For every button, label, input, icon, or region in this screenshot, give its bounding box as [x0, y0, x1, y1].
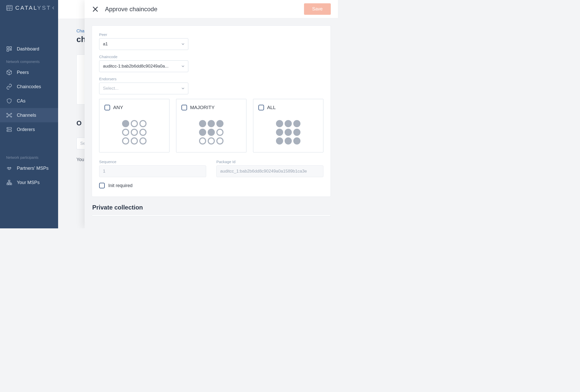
checkbox-all[interactable] — [258, 105, 264, 110]
svg-rect-17 — [10, 184, 12, 185]
hierarchy-icon — [6, 179, 12, 186]
sidebar-section-network-participants: Network participants — [0, 152, 58, 161]
chaincode-select[interactable]: auditcc-1:bab2b6dd8c90249a0a... — [99, 60, 188, 72]
svg-point-6 — [7, 113, 8, 114]
sidebar-item-label: Chaincodes — [17, 84, 41, 89]
svg-rect-1 — [7, 47, 9, 48]
link-icon — [6, 84, 12, 90]
sequence-label: Sequence — [99, 160, 206, 164]
approve-chaincode-panel: Approve chaincode Save Peer a1 Chaincode… — [85, 0, 338, 228]
server-icon — [6, 126, 12, 133]
sequence-package-row: Sequence 1 Package Id auditcc_1:bab2b6dd… — [99, 160, 323, 177]
breadcrumb[interactable]: Cha — [76, 29, 84, 34]
svg-rect-16 — [9, 184, 10, 185]
all-illustration-icon — [258, 120, 318, 145]
packageid-input: auditcc_1:bab2b6dd8c90249a0a1589b1ca3e — [216, 165, 323, 177]
sidebar-item-label: Your MSPs — [17, 180, 39, 185]
sequence-field: Sequence 1 — [99, 160, 206, 177]
endorsers-label: Endorsers — [99, 77, 323, 81]
orderers-heading: O — [76, 119, 82, 127]
shield-icon — [6, 98, 12, 104]
sidebar-item-peers[interactable]: Peers — [0, 65, 58, 80]
sidebar-item-chaincodes[interactable]: Chaincodes — [0, 80, 58, 94]
sequence-input: 1 — [99, 165, 206, 177]
svg-point-12 — [8, 128, 8, 128]
modal-title: Approve chaincode — [105, 6, 304, 13]
chevron-down-icon — [181, 64, 185, 68]
svg-rect-15 — [7, 184, 8, 185]
sidebar-item-orderers[interactable]: Orderers — [0, 122, 58, 137]
sidebar-item-cas[interactable]: CAs — [0, 94, 58, 108]
logo-text: CATALYST — [15, 5, 51, 11]
no-orderers-text: You — [76, 157, 84, 162]
network-icon — [6, 112, 12, 118]
sidebar-item-your-msps[interactable]: Your MSPs — [0, 175, 58, 190]
majority-illustration-icon — [181, 120, 241, 145]
svg-point-9 — [11, 116, 12, 117]
chaincode-form-card: Peer a1 Chaincode auditcc-1:bab2b6dd8c90… — [92, 25, 331, 197]
sidebar-item-label: Partners' MSPs — [17, 166, 48, 171]
dashboard-icon — [6, 46, 12, 52]
collapse-sidebar-button[interactable] — [51, 5, 55, 11]
svg-rect-4 — [10, 49, 11, 50]
peer-select[interactable]: a1 — [99, 38, 188, 50]
svg-rect-3 — [7, 49, 9, 51]
svg-rect-14 — [8, 180, 10, 181]
any-illustration-icon — [104, 120, 164, 145]
policy-label: ANY — [113, 105, 123, 110]
modal-body: Peer a1 Chaincode auditcc-1:bab2b6dd8c90… — [85, 18, 338, 228]
sidebar-section-network-components: Network components — [0, 56, 58, 65]
chaincode-field: Chaincode auditcc-1:bab2b6dd8c90249a0a..… — [99, 55, 323, 72]
sidebar-item-dashboard[interactable]: Dashboard — [0, 42, 58, 56]
svg-point-13 — [8, 131, 8, 131]
policy-option-all[interactable]: ALL — [253, 99, 323, 152]
sidebar-item-label: Peers — [17, 70, 29, 75]
sidebar-item-partners-msps[interactable]: Partners' MSPs — [0, 161, 58, 175]
svg-point-5 — [8, 114, 10, 116]
save-button[interactable]: Save — [304, 3, 331, 15]
svg-point-7 — [11, 113, 12, 114]
sidebar-item-label: CAs — [17, 98, 25, 104]
sidebar: CATALYST Dashboard Network components Pe… — [0, 0, 58, 228]
endorsement-policy-row: ANY MAJORITY — [99, 99, 323, 152]
chevron-down-icon — [181, 86, 185, 90]
endorsers-select[interactable]: Select... — [99, 83, 188, 94]
handshake-icon — [6, 165, 12, 171]
sidebar-item-channels[interactable]: Channels — [0, 108, 58, 122]
svg-rect-2 — [10, 47, 11, 48]
chevron-down-icon — [181, 42, 185, 46]
init-required-row: Init required — [99, 183, 323, 188]
endorsers-field: Endorsers Select... — [99, 77, 323, 94]
peer-field: Peer a1 — [99, 32, 323, 50]
close-button[interactable] — [92, 6, 99, 13]
private-collection-card-top — [92, 215, 331, 216]
cube-icon — [6, 69, 12, 75]
packageid-field: Package Id auditcc_1:bab2b6dd8c90249a0a1… — [216, 160, 323, 177]
sidebar-item-label: Channels — [17, 113, 36, 118]
policy-option-majority[interactable]: MAJORITY — [176, 99, 246, 152]
sidebar-item-label: Orderers — [17, 127, 35, 132]
checkbox-majority[interactable] — [181, 105, 187, 110]
checkbox-any[interactable] — [104, 105, 110, 110]
sidebar-item-label: Dashboard — [17, 46, 39, 52]
private-collection-heading: Private collection — [92, 204, 331, 211]
policy-label: MAJORITY — [190, 105, 215, 110]
svg-point-8 — [7, 116, 8, 117]
logo: CATALYST — [0, 5, 58, 11]
policy-label: ALL — [267, 105, 276, 110]
chaincode-label: Chaincode — [99, 55, 323, 59]
init-required-label: Init required — [108, 183, 133, 188]
init-required-checkbox[interactable] — [99, 183, 105, 188]
peer-label: Peer — [99, 32, 323, 37]
packageid-label: Package Id — [216, 160, 323, 164]
policy-option-any[interactable]: ANY — [99, 99, 169, 152]
logo-icon — [6, 5, 13, 11]
modal-header: Approve chaincode Save — [85, 0, 338, 18]
